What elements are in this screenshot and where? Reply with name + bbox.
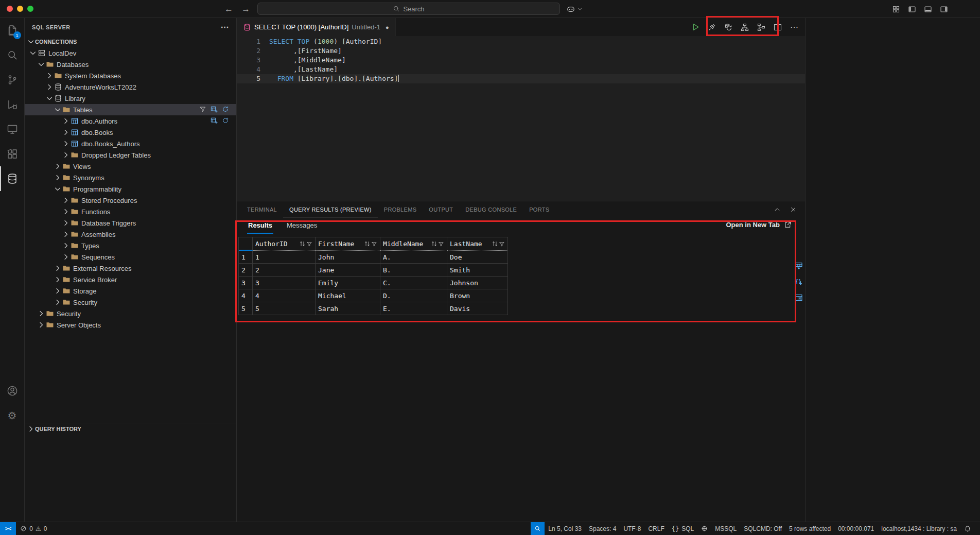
customize-layout-button[interactable] bbox=[892, 5, 900, 13]
filter-icon[interactable] bbox=[306, 241, 312, 247]
tree-item-security[interactable]: Security bbox=[25, 308, 236, 319]
grid-cell[interactable]: Smith bbox=[447, 264, 508, 277]
code-line[interactable]: 1SELECT TOP (1000) [AuthorID] bbox=[237, 37, 805, 46]
command-center-search[interactable]: Search bbox=[257, 3, 560, 15]
sort-icon[interactable] bbox=[364, 240, 371, 247]
grid-cell[interactable]: Brown bbox=[447, 289, 508, 302]
code-line[interactable]: 5 FROM [Library].[dbo].[Authors] bbox=[237, 74, 805, 83]
grid-cell[interactable]: Michael bbox=[316, 289, 380, 302]
status-connection-status[interactable]: localhost,1434 : Library : sa bbox=[878, 522, 960, 535]
maximize-panel-button[interactable] bbox=[774, 206, 781, 213]
grid-corner-cell[interactable] bbox=[239, 237, 253, 251]
disconnect-button[interactable] bbox=[706, 21, 717, 33]
grid-cell[interactable]: D. bbox=[380, 289, 447, 302]
activity-item-settings[interactable]: ⚙ bbox=[0, 403, 25, 428]
grid-cell[interactable]: Jane bbox=[316, 264, 380, 277]
more-actions-button[interactable]: ⋯ bbox=[789, 21, 800, 33]
back-button[interactable]: ← bbox=[224, 4, 233, 14]
row-number-cell[interactable]: 5 bbox=[239, 302, 253, 315]
connections-section-header[interactable]: CONNECTIONS bbox=[25, 36, 236, 47]
activity-item-explorer[interactable]: 1 bbox=[0, 18, 25, 43]
grid-cell[interactable]: Davis bbox=[447, 302, 508, 315]
code-line[interactable]: 2 ,[FirstName] bbox=[237, 46, 805, 56]
save-as-excel-button[interactable] bbox=[795, 294, 803, 302]
grid-column-header-firstname[interactable]: FirstName bbox=[316, 237, 380, 251]
row-number-cell[interactable]: 3 bbox=[239, 277, 253, 289]
status-language-status[interactable] bbox=[697, 522, 711, 535]
grid-cell[interactable]: A. bbox=[380, 251, 447, 264]
filter-icon[interactable] bbox=[438, 241, 444, 247]
minimize-window-button[interactable] bbox=[17, 6, 23, 12]
grid-cell[interactable]: 5 bbox=[253, 302, 316, 315]
panel-tab-debug-console[interactable]: DEBUG CONSOLE bbox=[459, 201, 523, 217]
grid-cell[interactable]: Doe bbox=[447, 251, 508, 264]
more-actions-icon[interactable]: ⋯ bbox=[221, 22, 229, 32]
refresh-action-icon[interactable] bbox=[222, 117, 229, 126]
change-connection-button[interactable] bbox=[723, 21, 734, 33]
grid-column-header-middlename[interactable]: MiddleName bbox=[380, 237, 447, 251]
tree-item-adventureworkslt2022[interactable]: AdventureWorksLT2022 bbox=[25, 81, 236, 93]
tree-item-server-objects[interactable]: Server Objects bbox=[25, 319, 236, 331]
tree-item-types[interactable]: Types bbox=[25, 240, 236, 251]
tree-item-security[interactable]: Security bbox=[25, 297, 236, 308]
tree-item-stored-procedures[interactable]: Stored Procedures bbox=[25, 195, 236, 206]
activity-item-sql-server[interactable] bbox=[0, 166, 25, 191]
toggle-primary-sidebar-button[interactable] bbox=[908, 5, 916, 13]
activity-item-extensions[interactable] bbox=[0, 142, 25, 166]
tree-item-system-databases[interactable]: System Databases bbox=[25, 70, 236, 81]
tree-item-tables[interactable]: Tables bbox=[25, 104, 236, 115]
modified-indicator-icon[interactable]: ● bbox=[386, 24, 389, 30]
status-encoding[interactable]: UTF-8 bbox=[620, 522, 644, 535]
tree-item-service-broker[interactable]: Service Broker bbox=[25, 274, 236, 285]
status-notifications[interactable] bbox=[960, 522, 975, 535]
row-number-cell[interactable]: 4 bbox=[239, 289, 253, 302]
status-rows-affected[interactable]: 5 rows affected bbox=[785, 522, 834, 535]
activity-item-remote-explorer[interactable] bbox=[0, 117, 25, 142]
tree-item-dbo-books-authors[interactable]: dbo.Books_Authors bbox=[25, 138, 236, 149]
filter-action-icon[interactable] bbox=[199, 106, 206, 114]
split-editor-button[interactable] bbox=[772, 21, 783, 33]
problems-status[interactable]: 0 ⚠ 0 bbox=[16, 522, 47, 535]
grid-cell[interactable]: 2 bbox=[253, 264, 316, 277]
tree-item-views[interactable]: Views bbox=[25, 161, 236, 172]
run-query-button[interactable] bbox=[690, 21, 701, 33]
status-eol[interactable]: CRLF bbox=[644, 522, 668, 535]
status-mssql-status[interactable]: MSSQL bbox=[711, 522, 740, 535]
results-tab-results[interactable]: Results bbox=[247, 221, 273, 234]
panel-tab-ports[interactable]: PORTS bbox=[523, 201, 555, 217]
grid-cell[interactable]: Johnson bbox=[447, 277, 508, 289]
grid-column-header-authorid[interactable]: AuthorID bbox=[253, 237, 316, 251]
tree-item-synonyms[interactable]: Synonyms bbox=[25, 172, 236, 183]
status-language-mode[interactable]: {}SQL bbox=[668, 522, 697, 535]
tree-item-dropped-ledger-tables[interactable]: Dropped Ledger Tables bbox=[25, 149, 236, 161]
toggle-panel-button[interactable] bbox=[924, 5, 932, 13]
status-zoom-indicator[interactable] bbox=[531, 522, 545, 535]
tree-item-database-triggers[interactable]: Database Triggers bbox=[25, 217, 236, 229]
tree-item-programmability[interactable]: Programmability bbox=[25, 183, 236, 195]
status-query-duration[interactable]: 00:00:00.071 bbox=[834, 522, 878, 535]
activity-item-search[interactable] bbox=[0, 43, 25, 67]
tree-item-databases[interactable]: Databases bbox=[25, 59, 236, 70]
results-tab-messages[interactable]: Messages bbox=[286, 221, 318, 234]
panel-tab-terminal[interactable]: TERMINAL bbox=[241, 201, 283, 217]
activity-item-accounts[interactable] bbox=[0, 378, 25, 403]
grid-cell[interactable]: 1 bbox=[253, 251, 316, 264]
panel-tab-problems[interactable]: PROBLEMS bbox=[378, 201, 423, 217]
actual-plan-button[interactable] bbox=[756, 21, 767, 33]
tree-item-localdev[interactable]: LocalDev bbox=[25, 47, 236, 59]
estimated-plan-button[interactable] bbox=[739, 21, 750, 33]
close-panel-button[interactable] bbox=[790, 206, 797, 213]
sort-icon[interactable] bbox=[431, 240, 437, 247]
activity-item-source-control[interactable] bbox=[0, 67, 25, 92]
status-cursor-position[interactable]: Ln 5, Col 33 bbox=[545, 522, 585, 535]
query-history-section-header[interactable]: QUERY HISTORY bbox=[25, 423, 236, 434]
grid-cell[interactable]: C. bbox=[380, 277, 447, 289]
editor-tab[interactable]: SELECT TOP (1000) [AuthorID] Untitled-1 … bbox=[237, 18, 396, 36]
grid-action-icon[interactable] bbox=[211, 117, 218, 126]
open-in-new-tab-button[interactable]: Open in New Tab bbox=[726, 221, 792, 229]
filter-icon[interactable] bbox=[371, 241, 377, 247]
grid-cell[interactable]: John bbox=[316, 251, 380, 264]
code-line[interactable]: 4 ,[LastName] bbox=[237, 65, 805, 74]
status-sqlcmd-status[interactable]: SQLCMD: Off bbox=[740, 522, 785, 535]
tree-item-functions[interactable]: Functions bbox=[25, 206, 236, 217]
